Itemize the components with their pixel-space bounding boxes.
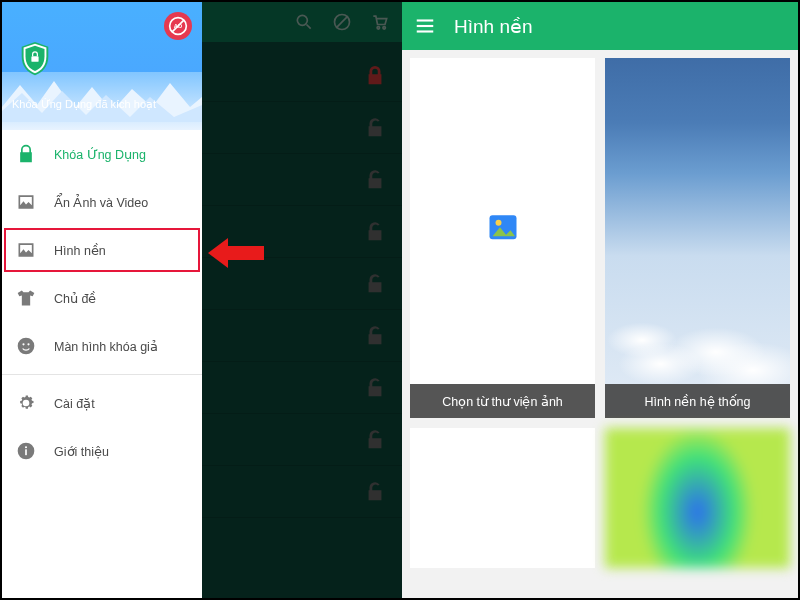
- remove-ads-badge[interactable]: AD: [164, 12, 192, 40]
- svg-point-5: [22, 343, 24, 345]
- menu-item-label: Chủ đề: [54, 291, 96, 306]
- svg-rect-0: [31, 56, 38, 62]
- wallpaper-card-gallery[interactable]: Chọn từ thư viện ảnh: [410, 58, 595, 418]
- image-icon: [16, 192, 36, 212]
- svg-point-4: [18, 338, 35, 355]
- svg-line-13: [336, 16, 348, 28]
- svg-point-9: [25, 446, 27, 448]
- clouds-art: [605, 268, 790, 388]
- menu-item-applock[interactable]: Khóa Ứng Dụng: [2, 130, 202, 178]
- hamburger-icon[interactable]: [414, 15, 436, 37]
- menu-item-label: Cài đặt: [54, 396, 95, 411]
- cart-icon: [370, 12, 390, 32]
- lock-open-icon: [364, 169, 386, 191]
- search-icon: [294, 12, 314, 32]
- smiley-icon: [16, 336, 36, 356]
- svg-point-12: [335, 15, 350, 30]
- menu-item-label: Giới thiệu: [54, 444, 109, 459]
- lock-open-icon: [364, 377, 386, 399]
- shield-icon: [16, 40, 54, 78]
- phone-wallpaper-screen: Hình nền Chọn từ thư viện ảnh Hình nền h…: [402, 2, 798, 598]
- wallpaper-card-blank[interactable]: [410, 428, 595, 568]
- menu-item-about[interactable]: Giới thiệu: [2, 427, 202, 475]
- svg-rect-8: [25, 449, 27, 455]
- lock-open-icon: [364, 221, 386, 243]
- menu-item-wallpaper[interactable]: Hình nền: [2, 226, 202, 274]
- drawer-menu: Khóa Ứng Dụng Ẩn Ảnh và Video Hình nền C…: [2, 130, 202, 598]
- lock-closed-icon: [364, 65, 386, 87]
- menu-item-label: Hình nền: [54, 243, 106, 258]
- dim-app-list: [202, 42, 402, 518]
- drawer-header-title: Khóa Ứng Dụng đã kích hoạt: [12, 98, 192, 111]
- svg-point-15: [383, 27, 386, 30]
- wallpaper-appbar: Hình nền: [402, 2, 798, 50]
- menu-item-fakelock[interactable]: Màn hình khóa giả: [2, 322, 202, 370]
- image-icon: [16, 240, 36, 260]
- dim-appbar: [202, 2, 402, 42]
- menu-item-settings[interactable]: Cài đặt: [2, 379, 202, 427]
- lock-open-icon: [364, 429, 386, 451]
- shirt-icon: [16, 288, 36, 308]
- three-phone-tutorial: AD Khóa Ứng Dụng đã kích hoạt Khóa Ứng D…: [0, 0, 800, 600]
- info-icon: [16, 441, 36, 461]
- lock-open-icon: [364, 273, 386, 295]
- wallpaper-card-gradient[interactable]: [605, 428, 790, 568]
- lock-open-icon: [364, 481, 386, 503]
- gallery-icon: [485, 209, 521, 245]
- menu-item-label: Màn hình khóa giả: [54, 339, 158, 354]
- menu-item-theme[interactable]: Chủ đề: [2, 274, 202, 322]
- wallpaper-card-system[interactable]: Hình nền hệ thống: [605, 58, 790, 418]
- drawer-header: AD Khóa Ứng Dụng đã kích hoạt: [2, 2, 202, 130]
- phone-drawer: AD Khóa Ứng Dụng đã kích hoạt Khóa Ứng D…: [2, 2, 202, 598]
- wallpaper-grid: Chọn từ thư viện ảnh Hình nền hệ thống: [402, 50, 798, 598]
- lock-open-icon: [364, 325, 386, 347]
- phone-dimmed-background: [202, 2, 402, 598]
- card-caption: Hình nền hệ thống: [605, 384, 790, 418]
- menu-item-hide-media[interactable]: Ẩn Ảnh và Video: [2, 178, 202, 226]
- svg-point-6: [27, 343, 29, 345]
- lock-icon: [16, 144, 36, 164]
- svg-point-20: [495, 220, 501, 226]
- no-ads-icon: [332, 12, 352, 32]
- wallpaper-title: Hình nền: [454, 15, 533, 38]
- gear-icon: [16, 393, 36, 413]
- card-caption: Chọn từ thư viện ảnh: [410, 384, 595, 418]
- svg-point-10: [297, 15, 307, 25]
- lock-open-icon: [364, 117, 386, 139]
- menu-item-label: Ẩn Ảnh và Video: [54, 195, 148, 210]
- divider: [2, 374, 202, 375]
- svg-point-14: [377, 27, 380, 30]
- menu-item-label: Khóa Ứng Dụng: [54, 147, 146, 162]
- svg-line-11: [307, 25, 311, 29]
